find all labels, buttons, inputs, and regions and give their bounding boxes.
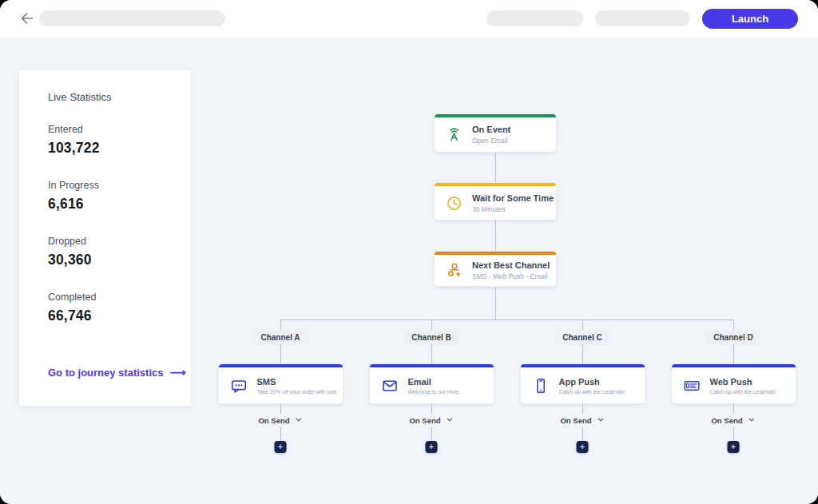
add-step-button[interactable]: + xyxy=(275,441,287,453)
stat-value: 66,746 xyxy=(48,308,191,324)
node-accent-bar xyxy=(521,364,645,367)
antenna-icon xyxy=(445,125,463,144)
stat-value: 30,360 xyxy=(48,252,191,268)
stat-dropped: Dropped 30,360 xyxy=(48,236,191,268)
stat-value: 103,722 xyxy=(48,140,191,157)
chevron-down-icon xyxy=(296,416,303,425)
node-subtitle: Take 20% off your order with code ... xyxy=(257,389,336,395)
node-accent-bar xyxy=(219,364,343,367)
connector-line xyxy=(495,220,496,252)
node-app-push[interactable]: App Push Catch up with the Legends! xyxy=(521,364,645,403)
on-send-dropdown[interactable]: On Send xyxy=(252,414,308,427)
journey-builder-app: Launch Live Statistics Entered 103,722 I… xyxy=(0,0,818,504)
node-title: Email xyxy=(408,377,460,387)
node-subtitle: Catch up with the Legends! xyxy=(559,389,625,395)
on-send-dropdown[interactable]: On Send xyxy=(705,414,761,427)
channel-c-label: Channel C xyxy=(554,330,610,345)
connector-line xyxy=(280,344,281,364)
connector-line xyxy=(280,403,281,414)
node-title: SMS xyxy=(257,377,336,387)
connector-line xyxy=(495,152,496,183)
node-subtitle: Catch up with the Legends! xyxy=(710,389,776,395)
live-statistics-panel: Live Statistics Entered 103,722 In Progr… xyxy=(19,70,191,406)
node-email[interactable]: Email Welcome to our Hive. xyxy=(370,364,494,403)
node-subtitle: SMS - Web Push - Email xyxy=(472,272,550,280)
app-push-icon xyxy=(531,376,550,395)
node-accent-bar xyxy=(672,364,796,367)
connector-line xyxy=(733,344,734,364)
sms-icon xyxy=(229,376,248,395)
clock-icon xyxy=(445,194,463,212)
connector-line xyxy=(280,319,734,320)
node-subtitle: 30 Minutes xyxy=(472,205,550,213)
stat-label: Dropped xyxy=(48,236,191,247)
connector-line xyxy=(280,427,281,441)
chevron-down-icon xyxy=(598,416,605,425)
add-step-button[interactable]: + xyxy=(728,441,740,453)
node-title: Wait for Some Time xyxy=(472,193,550,203)
node-accent-bar xyxy=(370,364,494,367)
stat-label: Entered xyxy=(48,124,191,135)
topbar-action-placeholder-1[interactable] xyxy=(486,10,583,26)
channel-a-label: Channel A xyxy=(252,330,308,345)
journey-title-placeholder[interactable] xyxy=(39,10,225,26)
stat-value: 6,616 xyxy=(48,196,191,212)
node-subtitle: Welcome to our Hive. xyxy=(408,389,460,395)
add-step-button[interactable]: + xyxy=(577,441,589,453)
stat-in-progress: In Progress 6,616 xyxy=(48,180,191,212)
node-on-event[interactable]: On Event Open Email xyxy=(435,114,556,152)
connector-line xyxy=(431,344,432,364)
node-title: On Event xyxy=(472,125,510,134)
node-accent-bar xyxy=(435,183,556,186)
channel-b-label: Channel B xyxy=(403,330,459,345)
journey-statistics-link-label: Go to journey statistics xyxy=(48,367,163,379)
connector-line xyxy=(733,427,734,441)
connector-line xyxy=(431,427,432,441)
node-subtitle: Open Email xyxy=(472,137,510,145)
node-title: Next Best Channel xyxy=(472,260,550,270)
journey-canvas: Live Statistics Entered 103,722 In Progr… xyxy=(0,38,818,504)
connector-line xyxy=(582,403,583,414)
node-title: App Push xyxy=(559,377,625,387)
channel-d-label: Channel D xyxy=(705,330,760,345)
node-accent-bar xyxy=(435,114,556,117)
node-next-best-channel[interactable]: Next Best Channel SMS - Web Push - Email xyxy=(435,252,556,286)
connector-line xyxy=(431,403,432,414)
node-web-push[interactable]: Web Push Catch up with the Legends! xyxy=(672,364,796,403)
connector-line xyxy=(582,427,583,441)
connector-line xyxy=(280,319,281,330)
node-sms[interactable]: SMS Take 20% off your order with code ..… xyxy=(219,364,343,403)
stats-title: Live Statistics xyxy=(48,91,191,103)
chevron-down-icon xyxy=(749,416,756,425)
connector-line xyxy=(495,286,496,319)
connector-line xyxy=(733,319,734,330)
topbar: Launch xyxy=(0,0,818,38)
on-send-dropdown[interactable]: On Send xyxy=(554,414,610,427)
connector-line xyxy=(582,344,583,364)
connector-line xyxy=(582,319,583,330)
on-send-label: On Send xyxy=(409,416,440,425)
stat-entered: Entered 103,722 xyxy=(48,124,191,157)
on-send-dropdown[interactable]: On Send xyxy=(403,414,459,427)
topbar-action-placeholder-2[interactable] xyxy=(595,10,690,26)
launch-button[interactable]: Launch xyxy=(702,9,798,29)
node-accent-bar xyxy=(435,252,556,255)
back-button[interactable] xyxy=(18,10,37,29)
email-icon xyxy=(380,376,399,395)
hierarchy-star-icon xyxy=(445,261,463,280)
node-title: Web Push xyxy=(710,377,776,387)
on-send-label: On Send xyxy=(258,416,289,425)
web-push-icon xyxy=(682,376,701,395)
long-right-arrow-icon: ⟶ xyxy=(169,366,185,379)
stat-completed: Completed 66,746 xyxy=(48,292,191,324)
on-send-label: On Send xyxy=(711,416,742,425)
stat-label: Completed xyxy=(48,292,191,303)
connector-line xyxy=(431,319,432,330)
node-wait[interactable]: Wait for Some Time 30 Minutes xyxy=(435,183,556,220)
stat-label: In Progress xyxy=(48,180,191,191)
on-send-label: On Send xyxy=(560,416,591,425)
journey-statistics-link[interactable]: Go to journey statistics ⟶ xyxy=(48,366,186,379)
connector-line xyxy=(733,403,734,414)
add-step-button[interactable]: + xyxy=(426,441,438,453)
chevron-down-icon xyxy=(447,416,454,425)
